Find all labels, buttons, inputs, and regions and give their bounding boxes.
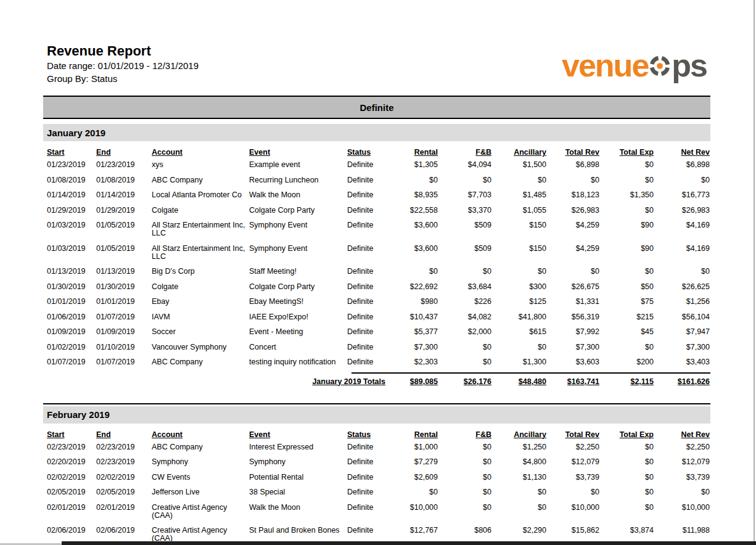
table-row: 01/08/201901/08/2019ABC CompanyRecurring… <box>47 176 710 192</box>
cell: $0 <box>654 488 710 504</box>
cell: 01/13/2019 <box>47 268 96 283</box>
col-header-total-exp: Total Exp <box>599 149 654 161</box>
cell: $0 <box>599 161 654 176</box>
cell: $2,609 <box>385 473 438 489</box>
cell: $7,279 <box>385 458 438 473</box>
cell: 01/09/2019 <box>96 328 152 343</box>
cell: $0 <box>385 176 438 192</box>
cell: $4,259 <box>546 245 599 268</box>
cell: $3,684 <box>438 283 491 298</box>
table-row: 02/02/201902/02/2019CW EventsPotential R… <box>47 473 710 489</box>
cell: Ebay <box>152 298 249 313</box>
cell: $0 <box>599 268 654 283</box>
cell: $200 <box>599 358 654 374</box>
cell: $0 <box>599 343 654 359</box>
cell: $4,082 <box>438 313 491 329</box>
revenue-table: StartEndAccountEventStatusRentalF&BAncil… <box>47 431 710 545</box>
col-header-status: Status <box>347 431 385 443</box>
table-row: 01/03/201901/05/2019All Starz Entertainm… <box>47 245 710 268</box>
totals-row: January 2019 Totals $89,085$26,176$48,48… <box>47 372 710 386</box>
cell: $26,625 <box>654 283 710 298</box>
cell: Big D's Corp <box>152 268 249 283</box>
totals-label: January 2019 Totals <box>47 378 385 386</box>
cell: $0 <box>491 343 546 359</box>
cell: $10,000 <box>546 504 599 527</box>
logo-text-ps: ps <box>672 47 707 83</box>
cell: Definite <box>347 343 385 359</box>
cell: 02/23/2019 <box>96 458 152 473</box>
revenue-table: StartEndAccountEventStatusRentalF&BAncil… <box>47 149 710 374</box>
cell: $26,983 <box>546 207 599 222</box>
cell: $10,437 <box>385 313 438 329</box>
cell: 01/23/2019 <box>47 161 96 176</box>
col-header-status: Status <box>347 149 385 161</box>
cell: $4,169 <box>654 245 710 268</box>
cell: 01/05/2019 <box>96 221 152 245</box>
totals-rule <box>351 372 710 374</box>
cell: $1,350 <box>599 191 654 207</box>
cell: $0 <box>438 488 491 504</box>
cell: $215 <box>599 313 654 329</box>
cell: $2,303 <box>385 358 438 374</box>
cell: Definite <box>347 458 385 473</box>
cell: $0 <box>385 488 438 504</box>
cell: $26,983 <box>654 207 710 222</box>
cell: 38 Special <box>249 488 347 504</box>
logo-text-venue: venue <box>562 47 648 83</box>
month-header: February 2019 <box>43 406 710 424</box>
cell: 01/08/2019 <box>96 176 152 192</box>
cell: 02/23/2019 <box>96 443 152 459</box>
cell: Colgate <box>152 207 249 222</box>
cell: 02/05/2019 <box>47 488 96 504</box>
cell: $0 <box>491 268 546 283</box>
cell: Colgate Corp Party <box>249 207 347 222</box>
cell: Staff Meeting! <box>249 268 347 283</box>
cell: 01/06/2019 <box>47 313 96 329</box>
cell: Symphony <box>152 458 249 473</box>
cell: $0 <box>599 458 654 473</box>
table-row: 01/07/201901/07/2019ABC Companytesting i… <box>47 358 710 374</box>
cell: Ebay MeetingS! <box>249 298 347 313</box>
cell: $6,898 <box>654 161 710 176</box>
cell: Definite <box>347 161 385 176</box>
cell: $4,800 <box>491 458 546 473</box>
table-row: 02/23/201902/23/2019ABC CompanyInterest … <box>47 443 710 459</box>
col-header-total-rev: Total Rev <box>546 431 599 443</box>
cell: 02/02/2019 <box>47 473 96 489</box>
cell: $6,898 <box>546 161 599 176</box>
cell: $7,300 <box>385 343 438 359</box>
totals-value: $2,115 <box>599 378 654 386</box>
cell: $1,055 <box>491 207 546 222</box>
cell: $7,992 <box>546 328 599 343</box>
cell: $7,703 <box>438 191 491 207</box>
table-row: 02/05/201902/05/2019Jefferson Live38 Spe… <box>47 488 710 504</box>
col-header-net-rev: Net Rev <box>654 149 710 161</box>
cell: $0 <box>438 458 491 473</box>
cell: $90 <box>599 245 654 268</box>
cell: Definite <box>347 488 385 504</box>
cell: $26,675 <box>546 283 599 298</box>
cell: $50 <box>599 283 654 298</box>
table-row: 01/02/201901/10/2019Vancouver SymphonyCo… <box>47 343 710 359</box>
cell: 01/02/2019 <box>47 343 96 359</box>
totals-value: $26,176 <box>438 378 491 386</box>
cell: $1,256 <box>654 298 710 313</box>
cell: $0 <box>438 443 491 459</box>
cell: $300 <box>491 283 546 298</box>
cell: Symphony Event <box>249 245 347 268</box>
cell: Definite <box>347 207 385 222</box>
table-row: 01/09/201901/09/2019SoccerEvent - Meetin… <box>47 328 710 343</box>
cell: $12,079 <box>654 458 710 473</box>
cell: xys <box>152 161 249 176</box>
cell: Definite <box>347 245 385 268</box>
cell: $10,000 <box>385 504 438 527</box>
cell: $4,259 <box>546 221 599 245</box>
cell: $980 <box>385 298 438 313</box>
cell: $0 <box>491 176 546 192</box>
cell: ABC Company <box>152 358 249 374</box>
month-section: February 2019 StartEndAccountEventStatus… <box>43 403 710 545</box>
cell: $18,123 <box>546 191 599 207</box>
cell: $75 <box>599 298 654 313</box>
cell: Colgate <box>152 283 249 298</box>
cell: $1,000 <box>385 443 438 459</box>
